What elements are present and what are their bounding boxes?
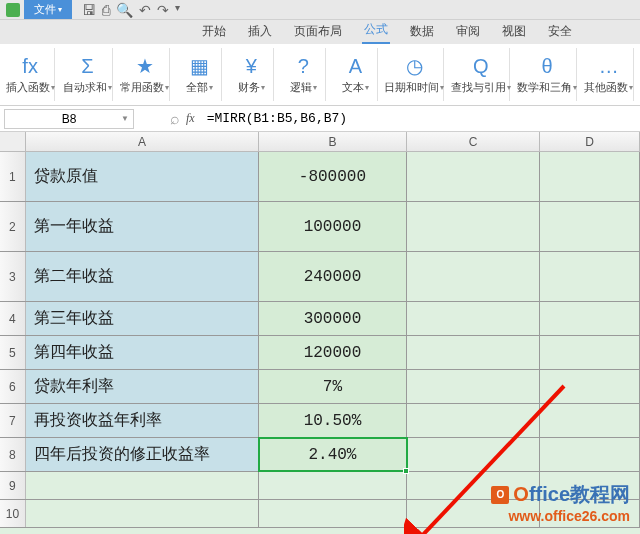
- cell[interactable]: [540, 152, 640, 201]
- print-icon[interactable]: ⎙: [102, 2, 110, 18]
- formula-input[interactable]: [201, 111, 636, 126]
- tab-公式[interactable]: 公式: [362, 17, 390, 44]
- row-header[interactable]: 10: [0, 500, 26, 527]
- cell[interactable]: 120000: [259, 336, 407, 369]
- cell[interactable]: [407, 336, 541, 369]
- name-box[interactable]: B8 ▼: [4, 109, 134, 129]
- preview-icon[interactable]: 🔍: [116, 2, 133, 18]
- column-header[interactable]: C: [407, 132, 541, 151]
- tab-安全[interactable]: 安全: [546, 19, 574, 44]
- ribbon-日期和时间[interactable]: ◷日期和时间▾: [386, 48, 444, 101]
- ribbon-查找与引用[interactable]: Q查找与引用▾: [452, 48, 510, 101]
- cell[interactable]: [259, 500, 407, 527]
- column-header[interactable]: B: [259, 132, 407, 151]
- cell[interactable]: [407, 302, 541, 335]
- ribbon-icon: A: [349, 55, 362, 78]
- column-header[interactable]: A: [26, 132, 259, 151]
- cell[interactable]: 2.40%: [259, 438, 407, 471]
- ribbon-icon: …: [599, 55, 619, 78]
- ribbon-icon: ▦: [190, 54, 209, 78]
- cell[interactable]: 贷款原值: [26, 152, 259, 201]
- ribbon-icon: ?: [298, 55, 309, 78]
- column-header[interactable]: D: [540, 132, 640, 151]
- fx-icon[interactable]: fx: [186, 111, 195, 126]
- cell[interactable]: [540, 252, 640, 301]
- cell[interactable]: [407, 202, 541, 251]
- cell[interactable]: [540, 370, 640, 403]
- cell[interactable]: 第一年收益: [26, 202, 259, 251]
- undo-icon[interactable]: ↶: [139, 2, 151, 18]
- ribbon-其他函数[interactable]: …其他函数▾: [585, 48, 634, 101]
- cell[interactable]: [26, 500, 259, 527]
- formula-search-icon[interactable]: ⌕: [170, 110, 180, 128]
- cell[interactable]: 再投资收益年利率: [26, 404, 259, 437]
- tab-数据[interactable]: 数据: [408, 19, 436, 44]
- select-all-corner[interactable]: [0, 132, 26, 151]
- cell[interactable]: [407, 370, 541, 403]
- ribbon-插入函数[interactable]: fx插入函数▾: [6, 48, 55, 101]
- ribbon-文本[interactable]: A文本▾: [334, 48, 378, 101]
- ribbon-财务[interactable]: ¥财务▾: [230, 48, 274, 101]
- ribbon-全部[interactable]: ▦全部▾: [178, 48, 222, 101]
- cell[interactable]: [407, 152, 541, 201]
- cell[interactable]: -800000: [259, 152, 407, 201]
- tab-开始[interactable]: 开始: [200, 19, 228, 44]
- file-menu-button[interactable]: 文件 ▾: [24, 0, 72, 19]
- cell[interactable]: [26, 472, 259, 499]
- cell[interactable]: [540, 500, 640, 527]
- cell[interactable]: [540, 404, 640, 437]
- cell[interactable]: 第四年收益: [26, 336, 259, 369]
- row-header[interactable]: 9: [0, 472, 26, 499]
- chevron-down-icon: ▾: [365, 83, 369, 92]
- ribbon-自动求和[interactable]: Σ自动求和▾: [63, 48, 112, 101]
- ribbon-icon: fx: [22, 55, 38, 78]
- row-header[interactable]: 4: [0, 302, 26, 335]
- cell[interactable]: [407, 252, 541, 301]
- ribbon-icon: θ: [542, 55, 553, 78]
- cell[interactable]: [259, 472, 407, 499]
- save-icon[interactable]: 🖫: [82, 2, 96, 18]
- cell[interactable]: [407, 404, 541, 437]
- cell[interactable]: [407, 438, 541, 471]
- row-header[interactable]: 1: [0, 152, 26, 201]
- cell[interactable]: [407, 500, 541, 527]
- cell[interactable]: 贷款年利率: [26, 370, 259, 403]
- cell[interactable]: [407, 472, 541, 499]
- cell[interactable]: 10.50%: [259, 404, 407, 437]
- cell[interactable]: 100000: [259, 202, 407, 251]
- cell[interactable]: [540, 472, 640, 499]
- ribbon-常用函数[interactable]: ★常用函数▾: [121, 48, 170, 101]
- row-header[interactable]: 8: [0, 438, 26, 471]
- ribbon-逻辑[interactable]: ?逻辑▾: [282, 48, 326, 101]
- ribbon-tabs: 开始插入页面布局公式数据审阅视图安全: [0, 20, 640, 44]
- spreadsheet-grid[interactable]: A B C D 1贷款原值-8000002第一年收益1000003第二年收益24…: [0, 132, 640, 534]
- row-header[interactable]: 2: [0, 202, 26, 251]
- ribbon-数学和三角[interactable]: θ数学和三角▾: [518, 48, 576, 101]
- cell[interactable]: [540, 302, 640, 335]
- chevron-down-icon: ▾: [507, 83, 511, 92]
- chevron-down-icon: ▾: [573, 83, 577, 92]
- cell[interactable]: 第三年收益: [26, 302, 259, 335]
- row-header[interactable]: 5: [0, 336, 26, 369]
- cell[interactable]: [540, 336, 640, 369]
- tab-审阅[interactable]: 审阅: [454, 19, 482, 44]
- row-header[interactable]: 6: [0, 370, 26, 403]
- row-header[interactable]: 7: [0, 404, 26, 437]
- tab-视图[interactable]: 视图: [500, 19, 528, 44]
- redo-icon[interactable]: ↷: [157, 2, 169, 18]
- cell[interactable]: 四年后投资的修正收益率: [26, 438, 259, 471]
- cell[interactable]: [540, 438, 640, 471]
- cell[interactable]: 7%: [259, 370, 407, 403]
- cell[interactable]: 240000: [259, 252, 407, 301]
- chevron-down-icon: ▾: [51, 83, 55, 92]
- cell[interactable]: [540, 202, 640, 251]
- file-menu-label: 文件: [34, 2, 56, 17]
- row-header[interactable]: 3: [0, 252, 26, 301]
- chevron-down-icon: ▾: [58, 5, 62, 14]
- cell[interactable]: 300000: [259, 302, 407, 335]
- tab-页面布局[interactable]: 页面布局: [292, 19, 344, 44]
- qat-chevron-icon[interactable]: ▾: [175, 2, 180, 18]
- cell[interactable]: 第二年收益: [26, 252, 259, 301]
- chevron-down-icon[interactable]: ▼: [121, 114, 129, 123]
- tab-插入[interactable]: 插入: [246, 19, 274, 44]
